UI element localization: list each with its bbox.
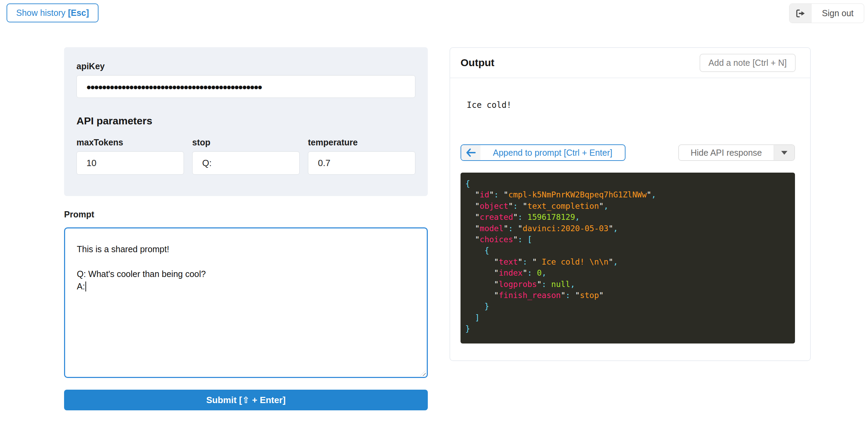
show-history-label: Show history — [16, 8, 65, 18]
config-panel: apiKey API parameters maxTokens stop tem… — [64, 47, 428, 196]
prompt-textarea[interactable]: This is a shared prompt! Q: What's coole… — [64, 227, 428, 378]
append-to-prompt-button[interactable]: Append to prompt [Ctrl + Enter] — [461, 144, 626, 161]
hide-api-response-label: Hide API response — [679, 145, 774, 160]
request-column: apiKey API parameters maxTokens stop tem… — [64, 47, 428, 410]
api-parameters-title: API parameters — [76, 115, 415, 127]
hide-api-response-button[interactable]: Hide API response — [678, 144, 795, 161]
add-note-button[interactable]: Add a note [Ctrl + N] — [700, 54, 796, 72]
sign-out-label: Sign out — [812, 4, 864, 23]
api-key-input[interactable] — [76, 75, 415, 98]
temperature-input[interactable] — [308, 151, 415, 175]
prompt-text: This is a shared prompt! Q: What's coole… — [77, 244, 206, 291]
topbar: Show history [Esc] Sign out — [0, 0, 868, 24]
stop-label: stop — [192, 137, 300, 147]
append-to-prompt-label: Append to prompt [Ctrl + Enter] — [480, 145, 625, 160]
main-content: apiKey API parameters maxTokens stop tem… — [64, 47, 811, 410]
prompt-label: Prompt — [64, 209, 428, 219]
param-max-tokens: maxTokens — [76, 137, 184, 175]
max-tokens-label: maxTokens — [76, 137, 184, 147]
output-card: Output Add a note [Ctrl + N] Ice cold! A… — [450, 47, 811, 361]
api-key-label: apiKey — [76, 61, 415, 71]
resize-handle-icon[interactable] — [420, 370, 426, 376]
api-parameters-row: maxTokens stop temperature — [76, 137, 415, 175]
output-header: Output Add a note [Ctrl + N] — [450, 48, 810, 78]
output-actions-row: Append to prompt [Ctrl + Enter] Hide API… — [461, 144, 795, 161]
max-tokens-input[interactable] — [76, 151, 184, 175]
output-body: Ice cold! Append to prompt [Ctrl + Enter… — [450, 100, 810, 343]
temperature-label: temperature — [308, 137, 415, 147]
stop-input[interactable] — [192, 151, 300, 175]
caret-down-icon — [781, 151, 787, 155]
sign-out-button[interactable]: Sign out — [789, 3, 864, 23]
output-title: Output — [461, 57, 494, 69]
api-response-code: { "id": "cmpl-k5NmPnrKW2Bqpeq7hG1ZlNWw",… — [461, 173, 795, 343]
sign-out-icon — [789, 4, 812, 23]
text-caret — [85, 281, 86, 291]
show-history-shortcut: [Esc] — [68, 8, 89, 18]
param-temperature: temperature — [308, 137, 415, 175]
caret-down-button[interactable] — [774, 145, 794, 160]
left-arrow-icon — [461, 145, 480, 160]
param-stop: stop — [192, 137, 300, 175]
completion-text: Ice cold! — [467, 100, 795, 110]
submit-button[interactable]: Submit [⇧ + Enter] — [64, 390, 428, 410]
show-history-button[interactable]: Show history [Esc] — [7, 3, 99, 22]
